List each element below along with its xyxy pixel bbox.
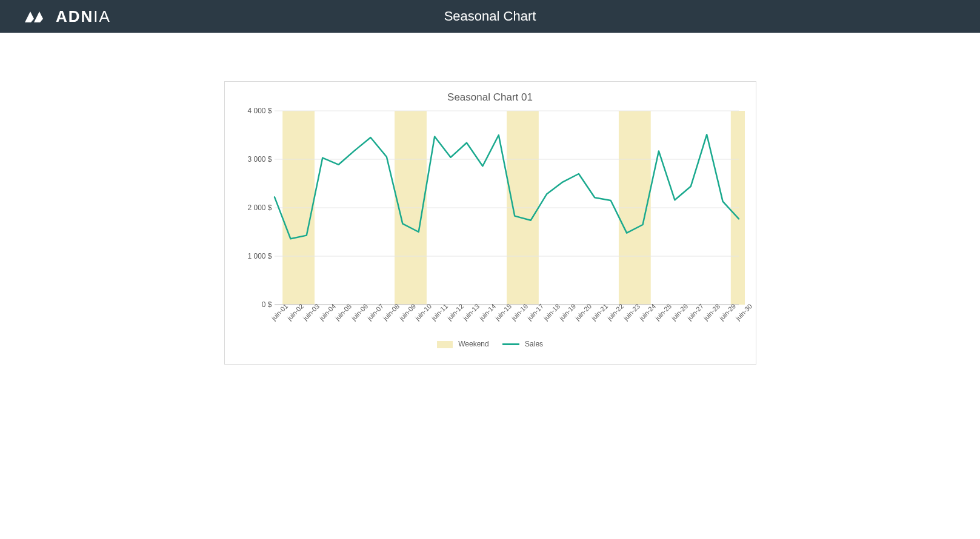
chart-title: Seasonal Chart 01 [236, 91, 745, 104]
chart-legend: Weekend Sales [236, 340, 745, 348]
y-tick-label: 4 000 $ [247, 107, 272, 115]
topbar: ADNIA Seasonal Chart [0, 0, 980, 33]
brand-text: ADNIA [56, 7, 111, 26]
y-tick-label: 3 000 $ [247, 155, 272, 164]
y-tick-label: 2 000 $ [247, 203, 272, 212]
chart-svg [236, 107, 745, 313]
page-title: Seasonal Chart [444, 8, 536, 24]
chart-plot: 4 000 $3 000 $2 000 $1 000 $0 $juin-01ju… [236, 107, 745, 313]
legend-weekend: Weekend [437, 340, 489, 348]
brand-right: IA [93, 7, 111, 25]
legend-sales: Sales [502, 340, 543, 348]
legend-sales-swatch-icon [502, 343, 519, 345]
chart-card: Seasonal Chart 01 4 000 $3 000 $2 000 $1… [224, 81, 756, 365]
logo-mark-icon [24, 9, 47, 24]
legend-weekend-swatch-icon [437, 341, 453, 348]
y-tick-label: 0 $ [262, 300, 272, 309]
legend-weekend-label: Weekend [458, 340, 488, 348]
brand-left: ADN [56, 7, 93, 25]
y-tick-label: 1 000 $ [247, 252, 272, 260]
legend-sales-label: Sales [525, 340, 543, 348]
brand-logo: ADNIA [24, 7, 111, 26]
